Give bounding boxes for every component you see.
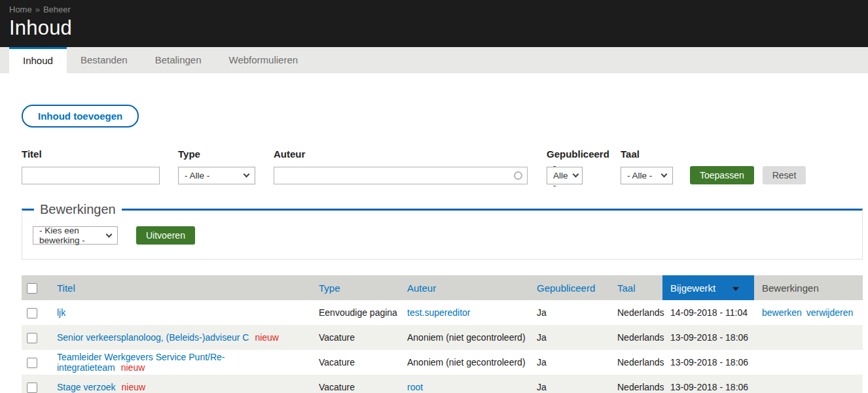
row-author-link[interactable]: test.supereditor: [407, 307, 471, 318]
table-header-row: Titel Type Auteur Gepubliceerd Taal Bijg…: [22, 275, 863, 300]
new-marker: nieuw: [121, 362, 145, 373]
breadcrumb: Home»Beheer: [9, 5, 859, 14]
row-checkbox[interactable]: [27, 333, 37, 343]
row-language: Nederlands: [609, 375, 662, 393]
titel-filter-input[interactable]: [22, 167, 160, 184]
row-author: Anoniem (niet gecontroleerd): [399, 325, 529, 350]
sort-gepubliceerd-link[interactable]: Gepubliceerd: [537, 282, 595, 294]
row-title-link[interactable]: ljk: [57, 307, 65, 318]
row-checkbox[interactable]: [27, 358, 37, 368]
tab-webformulieren[interactable]: Webformulieren: [215, 47, 312, 73]
row-published: Ja: [529, 375, 609, 393]
auteur-filter-label: Auteur: [274, 148, 528, 160]
tab-betalingen[interactable]: Betalingen: [141, 47, 215, 73]
gepubliceerd-filter-select[interactable]: - Alle -: [547, 167, 583, 184]
execute-button[interactable]: Uitvoeren: [136, 226, 195, 245]
page-header: Home»Beheer Inhoud: [0, 0, 868, 47]
bewerkingen-header: Bewerkingen: [754, 275, 863, 300]
row-operations: [754, 325, 863, 350]
row-updated: 13-09-2018 - 18:06: [662, 375, 754, 393]
add-content-button[interactable]: Inhoud toevoegen: [22, 105, 139, 128]
row-author-link[interactable]: root: [407, 382, 423, 392]
sort-bijgewerkt-link[interactable]: Bijgewerkt: [670, 282, 715, 294]
breadcrumb-section-link[interactable]: Beheer: [43, 5, 71, 14]
row-checkbox[interactable]: [27, 383, 37, 393]
breadcrumb-home-link[interactable]: Home: [9, 5, 32, 14]
select-all-checkbox[interactable]: [27, 283, 37, 294]
chevron-down-icon: [106, 231, 113, 237]
gepubliceerd-filter-value: - Alle -: [553, 161, 568, 190]
row-type: Vacature: [311, 325, 399, 350]
row-updated: 13-09-2018 - 18:06: [662, 325, 754, 350]
chevron-down-icon: [244, 171, 250, 178]
row-title-link[interactable]: Stage verzoek: [57, 382, 116, 392]
sort-type-link[interactable]: Type: [319, 282, 340, 294]
chevron-down-icon: [572, 171, 579, 178]
verwijderen-link[interactable]: verwijderen: [806, 307, 854, 318]
row-published: Ja: [529, 350, 609, 375]
row-type: Vacature: [311, 350, 399, 375]
autocomplete-icon: [514, 171, 522, 180]
row-author: test.supereditor: [399, 300, 529, 325]
taal-filter-label: Taal: [621, 148, 673, 160]
row-language: Nederlands: [609, 350, 662, 375]
bewerken-link[interactable]: bewerken: [762, 307, 802, 318]
row-author: root: [399, 375, 529, 393]
bulk-action-select[interactable]: - Kies een bewerking -: [33, 226, 118, 245]
type-filter-select[interactable]: - Alle -: [178, 167, 255, 184]
sort-auteur-link[interactable]: Auteur: [407, 282, 436, 294]
row-title-link[interactable]: Senior verkeersplanoloog, (Beleids-)advi…: [57, 332, 249, 343]
taal-filter-value: - Alle -: [627, 171, 652, 180]
row-operations: [754, 350, 863, 375]
row-type: Vacature: [311, 375, 399, 393]
apply-button[interactable]: Toepassen: [690, 166, 754, 184]
row-author: Anoniem (niet gecontroleerd): [399, 350, 529, 375]
row-updated: 13-09-2018 - 18:06: [662, 350, 754, 375]
row-language: Nederlands: [609, 325, 662, 350]
type-filter-value: - Alle -: [185, 171, 209, 180]
filter-form: Titel Type - Alle - Auteur Gepubliceerd …: [22, 148, 863, 184]
table-row: ljkEenvoudige paginatest.supereditorJaNe…: [22, 300, 863, 325]
gepubliceerd-filter-label: Gepubliceerd: [547, 148, 613, 160]
bulk-action-value: - Kies een bewerking -: [39, 226, 101, 245]
row-type: Eenvoudige pagina: [311, 300, 399, 325]
bulk-operations-legend: Bewerkingen: [34, 202, 122, 217]
row-updated: 14-09-2018 - 11:04: [662, 300, 754, 325]
taal-filter-select[interactable]: - Alle -: [621, 167, 673, 184]
tab-inhoud[interactable]: Inhoud: [9, 47, 67, 77]
page-title: Inhoud: [9, 16, 859, 40]
row-operations: [754, 375, 863, 393]
row-operations: bewerkenverwijderen: [754, 300, 863, 325]
row-language: Nederlands: [609, 300, 662, 325]
auteur-filter-input[interactable]: [274, 167, 528, 184]
content-table: Titel Type Auteur Gepubliceerd Taal Bijg…: [22, 275, 863, 393]
sort-desc-icon: [732, 287, 739, 291]
row-checkbox[interactable]: [27, 308, 37, 318]
row-published: Ja: [529, 325, 609, 350]
primary-tabs: Inhoud Bestanden Betalingen Webformulier…: [0, 47, 868, 73]
main-content: Inhoud toevoegen Titel Type - Alle - Aut…: [0, 73, 868, 393]
row-published: Ja: [529, 300, 609, 325]
breadcrumb-separator: »: [35, 5, 40, 14]
new-marker: nieuw: [255, 332, 279, 343]
content-table-body: ljkEenvoudige paginatest.supereditorJaNe…: [22, 300, 863, 393]
chevron-down-icon: [661, 171, 668, 178]
tab-bestanden[interactable]: Bestanden: [67, 47, 141, 73]
sort-titel-link[interactable]: Titel: [57, 282, 75, 294]
type-filter-label: Type: [178, 148, 255, 160]
table-row: Teamleider Werkgevers Service Punt/Re-in…: [22, 350, 863, 375]
table-row: Stage verzoeknieuwVacaturerootJaNederlan…: [22, 375, 863, 393]
titel-filter-label: Titel: [22, 148, 160, 160]
new-marker: nieuw: [122, 382, 146, 392]
sort-taal-link[interactable]: Taal: [617, 282, 636, 294]
table-row: Senior verkeersplanoloog, (Beleids-)advi…: [22, 325, 863, 350]
reset-button[interactable]: Reset: [763, 166, 806, 184]
bulk-operations-fieldset: Bewerkingen - Kies een bewerking - Uitvo…: [22, 202, 863, 260]
